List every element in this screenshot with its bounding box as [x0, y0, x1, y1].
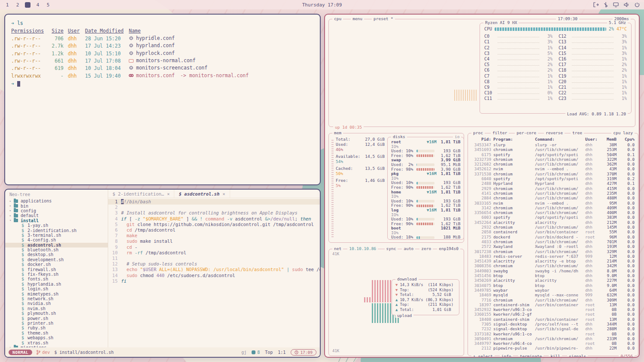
io-toggle[interactable]: io — [453, 134, 461, 139]
process-row[interactable]: 3452932 kworker/u96:3-co root 0B 0.0 — [471, 307, 635, 312]
tree-item[interactable]: 2-identification.sh — [5, 228, 108, 232]
disks-box-title[interactable]: disks — [391, 134, 407, 139]
tree-item[interactable]: theme.sh — [5, 331, 108, 335]
tree-item[interactable]: 4-config.sh — [5, 238, 108, 242]
process-row[interactable]: 3360155 kworker/u96:2-gf root 0B 0.0 — [471, 312, 635, 317]
process-row[interactable]: 2932 chromium /usr/lib/chromium/ dhh 145… — [471, 225, 635, 229]
process-row[interactable]: 3050491 chromium /usr/lib/chromium/ dhh … — [471, 336, 635, 341]
proc-option[interactable]: filter — [491, 130, 509, 135]
proc-footer-key[interactable]: ↑ select — [471, 354, 495, 358]
net-box-title[interactable]: net — [332, 246, 343, 251]
proc-cpu-lazy[interactable]: cpu lazy — [611, 130, 635, 135]
net-option[interactable]: auto — [402, 246, 415, 251]
tree-item[interactable]: login.sh — [5, 287, 108, 291]
process-row[interactable]: 7232 signal-desktop /usr/lib/signal-de d… — [471, 326, 635, 331]
code-editor[interactable]: 1#!/bin/bash23# Install asdcontrol for c… — [108, 198, 320, 347]
process-row[interactable]: 3449797 kworker/u96:4-co root 0B 0.0 — [471, 341, 635, 346]
proc-footer-key[interactable]: signals — [567, 354, 588, 358]
process-row[interactable]: 3212682 chromium /usr/lib/chromium/ dhh … — [471, 162, 635, 166]
process-row[interactable]: 2572 Xwayland Xwayland :0 -rootl dhh 193… — [471, 244, 635, 249]
process-row[interactable]: 6175 spotify /opt/spotify/spoti dhh 504M… — [471, 152, 635, 157]
process-row[interactable]: 3142 chromium /usr/lib/chromium/ dhh 409… — [471, 205, 635, 210]
process-row[interactable]: 3449803 swaybg swaybg -i /home/dh dhh 8.… — [471, 268, 635, 273]
close-icon[interactable]: × — [167, 191, 170, 196]
process-row[interactable]: 2175 dockerd /usr/bin/dockerd - root 96M… — [471, 235, 635, 239]
tree-item[interactable]: printer.sh — [5, 321, 108, 326]
tree-item[interactable]: applications — [5, 199, 108, 203]
process-row[interactable]: 18483 redis-server redis-server *:637 99… — [471, 254, 635, 259]
net-option[interactable]: enp194s0 — [437, 246, 460, 251]
process-row[interactable]: 3034075 btop btop dhh 9.0M 0.0 — [471, 283, 635, 288]
process-row[interactable]: 3451693 chromium /usr/lib/chromium/ dhh … — [471, 147, 635, 152]
close-icon[interactable]: × — [222, 191, 225, 196]
process-row[interactable]: 3452612 nvim nvim --embed . dhh 43M 0.0 — [471, 166, 635, 171]
btop-menu-item[interactable]: preset * — [372, 16, 395, 21]
process-row[interactable]: 18397 containerd-shim /usr/bin/container… — [471, 302, 635, 307]
btop-menu-item[interactable]: menu — [351, 16, 364, 21]
tree-item[interactable]: webapps.sh — [5, 335, 108, 340]
process-row[interactable]: 6040 spotify /opt/spotify/spoti dhh 319M… — [471, 176, 635, 181]
process-row[interactable]: 7716 chromium /usr/lib/chromium/ dhh 309… — [471, 298, 635, 302]
display-icon[interactable] — [613, 2, 619, 7]
proc-option[interactable]: tree — [571, 130, 584, 135]
process-row[interactable]: 2488 Hyprland Hyprland dhh 427M 0.1 — [471, 181, 635, 186]
proc-footer-key[interactable]: info — [500, 354, 513, 358]
tree-item[interactable]: hyprlandia.sh — [5, 282, 108, 287]
process-row[interactable]: 3451439 alacritty alacritty -e btop dhh … — [471, 259, 635, 263]
tab-2-identification[interactable]: $ 2-identification… × — [108, 190, 174, 198]
proc-option[interactable]: per-core — [515, 130, 538, 135]
process-row[interactable]: 6003 spotify /opt/spotify/spoti dhh 383M… — [471, 215, 635, 220]
process-row[interactable]: 3451456 btop btop dhh 9.0M 0.0 — [471, 273, 635, 278]
process-row[interactable]: 3373182 kworker/u96:1-co root 0B 0.0 — [471, 332, 635, 336]
process-row[interactable]: 3452264 alacritty alacritty dhh 212M 0.0 — [471, 220, 635, 225]
tree-item[interactable]: mimetypes.sh — [5, 291, 108, 296]
process-row[interactable]: 7305 signal-desktop /proc/self/exe --t d… — [471, 322, 635, 326]
tree-item[interactable]: fix-fkeys.sh — [5, 272, 108, 277]
bluetooth-icon[interactable] — [604, 2, 608, 7]
process-row[interactable]: 18469 mysqld mysqld --max-conne 999 632M… — [471, 293, 635, 297]
tree-item[interactable]: asdcontrol.sh — [5, 243, 108, 247]
process-row[interactable]: 2929 chromium /usr/lib/chromium/ dhh 415… — [471, 186, 635, 191]
volume-icon[interactable] — [624, 2, 629, 7]
proc-header-row[interactable]: Pid: Program: Command: User: MemB Cpu% — [471, 137, 635, 142]
process-row[interactable]: 3453347 slurp slurp -or dhh 38M 0.0 — [471, 142, 635, 147]
process-row[interactable]: 3008356 chromium /usr/lib/chromium/ dhh … — [471, 263, 635, 268]
tree-item[interactable]: xtras.sh — [5, 340, 108, 345]
process-row[interactable]: 2112 pipewire-pulse /usr/bin/pipewire- d… — [471, 346, 635, 350]
proc-footer-key[interactable]: terminate — [518, 354, 544, 358]
tree-item[interactable]: firewall.sh — [5, 267, 108, 272]
tree-item[interactable]: 1-yay.sh — [5, 223, 108, 228]
tree-item[interactable]: nvidia.sh — [5, 301, 108, 306]
process-row[interactable]: 2058 containerd /usr/bin/container root … — [471, 229, 635, 234]
proc-option[interactable]: proc — [471, 130, 485, 135]
tree-item[interactable]: power.sh — [5, 316, 108, 320]
tree-item[interactable]: network.sh — [5, 296, 108, 301]
btop-menu-item[interactable]: cpu — [332, 16, 343, 21]
tree-item[interactable]: development.sh — [5, 257, 108, 262]
tree-item[interactable]: bin — [5, 203, 108, 208]
proc-footer-key[interactable]: kill — [549, 354, 562, 358]
process-row[interactable]: 3033165 nvim nvim --embed . dhh 95M 0.0 — [471, 201, 635, 205]
tree-item[interactable]: config — [5, 208, 108, 213]
tree-item[interactable]: ruby.sh — [5, 326, 108, 330]
process-row[interactable]: 3017238 chromium /usr/lib/chromium/ dhh … — [471, 249, 635, 254]
process-row[interactable]: 3450269 alacritty alacritty dhh 227M 0.0 — [471, 278, 635, 283]
process-row[interactable]: 18408 containerd-shim /usr/bin/container… — [471, 317, 635, 322]
proc-option[interactable]: reverse — [544, 130, 565, 135]
tree-item[interactable]: install — [5, 218, 108, 223]
process-row[interactable]: 3449785 waybar waybar dhh 64M 0.0 — [471, 288, 635, 293]
net-option[interactable]: sync — [385, 246, 398, 251]
tree-item[interactable]: fonts.sh — [5, 277, 108, 281]
mem-box-title[interactable]: mem — [332, 130, 343, 135]
tab-asdcontrol[interactable]: $ asdcontrol.sh × — [174, 190, 230, 198]
tree-item[interactable]: 3-terminal.sh — [5, 233, 108, 238]
tree-item[interactable]: nvim.sh — [5, 306, 108, 311]
logout-icon[interactable] — [593, 2, 598, 7]
net-option[interactable]: zero — [419, 246, 433, 251]
tree-item[interactable]: docker.sh — [5, 262, 108, 267]
tree-item[interactable]: default — [5, 213, 108, 218]
tree-item[interactable]: plymouth.sh — [5, 311, 108, 316]
power-icon[interactable] — [635, 2, 640, 7]
tree-item[interactable]: desktop.sh — [5, 252, 108, 257]
process-row[interactable]: 3232739 chromium /usr/lib/chromium/ dhh … — [471, 157, 635, 162]
